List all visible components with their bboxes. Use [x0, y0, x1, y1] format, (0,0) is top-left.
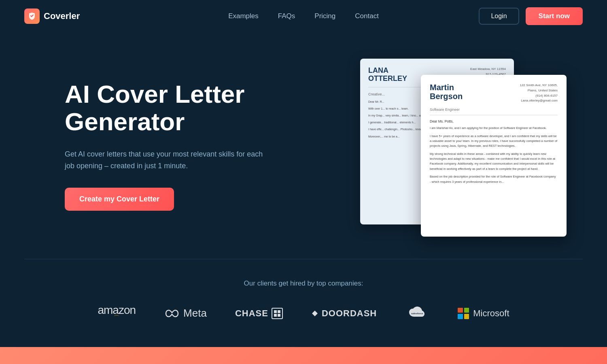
svg-rect-1: [274, 310, 277, 313]
cl-front-greeting: Dear Ms. Potts,: [430, 119, 558, 123]
meta-text: Meta: [183, 307, 207, 320]
svg-rect-0: [272, 308, 282, 319]
cl-front-name-text: MartinBergson: [430, 83, 463, 101]
cl-front-para4: Based on the job description provided fo…: [430, 174, 558, 184]
chase-logo: CHASE: [235, 308, 283, 319]
hero-title: AI Cover Letter Generator: [65, 80, 267, 135]
cl-front-contact: 122 Smith Ave, NY 10605, Plains, United …: [520, 83, 558, 104]
logo[interactable]: Coverler: [24, 8, 80, 24]
hero-content: AI Cover Letter Generator Get AI cover l…: [65, 80, 267, 211]
meta-infinity-icon: [164, 308, 180, 319]
salesforce-logo: salesforce: [405, 305, 429, 322]
ms-red-square: [458, 308, 463, 313]
cl-back-name: LANAOTTERLEY: [368, 67, 407, 83]
cl-front-role: Software Engineer: [430, 108, 558, 115]
microsoft-grid-icon: [458, 308, 469, 319]
companies-section: Our clients get hired by top companies: …: [0, 259, 607, 347]
cl-front-header: MartinBergson 122 Smith Ave, NY 10605, P…: [430, 83, 558, 104]
nav-actions: Login Start now: [479, 7, 583, 25]
microsoft-text: Microsoft: [473, 308, 509, 319]
chase-text: CHASE: [235, 308, 268, 319]
cl-front-para1: I am Marishal Ho, and I am applying for …: [430, 126, 558, 131]
svg-rect-2: [278, 310, 280, 313]
start-now-button[interactable]: Start now: [526, 7, 583, 25]
hero-section: AI Cover Letter Generator Get AI cover l…: [0, 32, 607, 259]
hero-subtitle: Get AI cover letters that use your most …: [65, 148, 267, 172]
ms-yellow-square: [464, 314, 469, 319]
nav-links: Examples FAQs Pricing Contact: [228, 12, 379, 20]
microsoft-logo: Microsoft: [458, 308, 509, 319]
logo-text: Coverler: [44, 11, 80, 21]
svg-marker-5: [312, 311, 318, 316]
companies-title: Our clients get hired by top companies:: [24, 279, 583, 288]
doordash-icon: [311, 310, 318, 317]
cover-letter-front: MartinBergson 122 Smith Ave, NY 10605, P…: [421, 75, 567, 237]
ms-green-square: [464, 308, 469, 313]
bottom-bar: [0, 347, 607, 364]
nav-link-contact[interactable]: Contact: [355, 12, 379, 20]
navbar: Coverler Examples FAQs Pricing Contact L…: [0, 0, 607, 32]
svg-rect-4: [278, 314, 280, 317]
companies-logos: amazon ⌒ Meta CHASE DOO: [24, 304, 583, 323]
svg-text:salesforce: salesforce: [411, 312, 423, 315]
cta-button[interactable]: Create my Cover Letter: [65, 188, 174, 211]
doordash-text: DOORDASH: [322, 308, 377, 319]
doordash-logo: DOORDASH: [311, 308, 377, 319]
amazon-arrow-icon: ⌒: [113, 314, 120, 323]
salesforce-cloud-icon: salesforce: [405, 305, 429, 322]
amazon-logo: amazon ⌒: [98, 304, 136, 323]
cl-front-name: MartinBergson: [430, 83, 463, 101]
login-button[interactable]: Login: [479, 8, 519, 25]
chase-icon: [272, 308, 283, 319]
ms-blue-square: [458, 314, 463, 319]
nav-link-examples[interactable]: Examples: [228, 12, 259, 20]
nav-link-pricing[interactable]: Pricing: [314, 12, 335, 20]
nav-link-faqs[interactable]: FAQs: [278, 12, 295, 20]
svg-rect-3: [274, 314, 277, 317]
logo-icon: [24, 8, 40, 24]
cl-front-para3: My strong technical skills in these area…: [430, 152, 558, 172]
meta-logo: Meta: [164, 307, 207, 320]
cl-front-para2: I have 5+ years of experience as a softw…: [430, 134, 558, 149]
cover-letter-preview: LANAOTTERLEY East Meadow, NY 11554917-12…: [372, 59, 567, 233]
